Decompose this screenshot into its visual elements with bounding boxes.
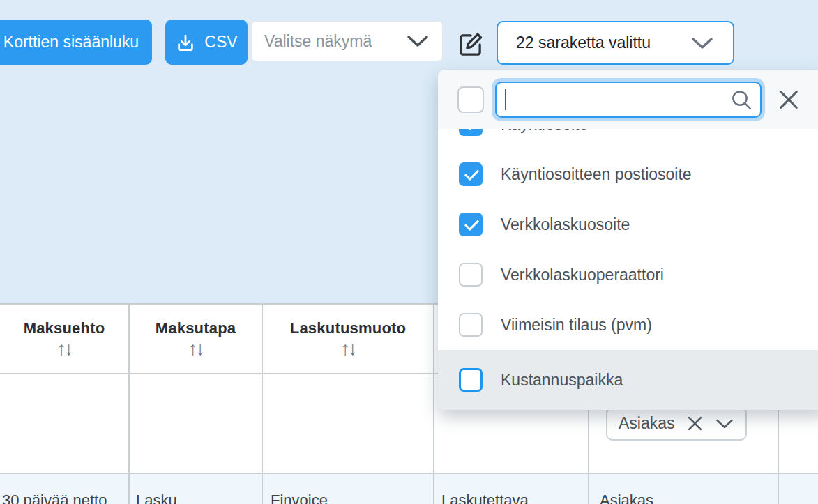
cell-asiakas: Asiakas [589,474,779,504]
text-cursor [505,89,506,110]
close-icon[interactable] [686,415,704,432]
view-select[interactable]: Valitse näkymä [251,21,443,61]
csv-button-label: CSV [204,33,237,52]
column-search-input[interactable] [495,82,762,118]
column-header-laskutusmuoto[interactable]: Laskutusmuoto ↑↓ [263,305,434,373]
column-picker-header [438,70,818,129]
column-header-maksutapa[interactable]: Maksutapa ↑↓ [130,305,263,373]
chevron-down-icon [690,36,715,50]
close-icon[interactable] [777,88,801,112]
filter-cell[interactable] [130,374,263,473]
cards-import-button[interactable]: Korttien sisäänluku [0,20,152,65]
filter-cell[interactable] [0,374,130,473]
cell-empty [779,474,818,504]
column-header-maksuehto[interactable]: Maksuehto ↑↓ [0,305,130,373]
sort-arrows-icon[interactable]: ↑↓ [341,339,356,358]
chevron-down-icon [406,34,430,48]
column-option[interactable]: Verkkolaskuoperaattori [438,250,818,300]
cell-laskutettava: Laskutettava [434,474,589,504]
csv-export-button[interactable]: CSV [165,20,248,65]
column-option[interactable]: Kustannuspaikka [438,350,818,410]
column-option[interactable]: Käyntiosoite [438,129,818,149]
checkbox [459,313,483,337]
table-row[interactable]: 30 päivää netto Lasku Finvoice Laskutett… [0,473,818,504]
customer-filter-chip[interactable]: Asiakas [606,407,747,441]
chip-label: Asiakas [619,414,675,433]
view-select-placeholder: Valitse näkymä [264,32,372,51]
checkbox [459,162,483,186]
checkbox [459,213,483,236]
column-option[interactable]: Viimeisin tilaus (pvm) [438,300,818,350]
cell-laskutusmuoto: Finvoice [263,474,434,504]
sort-arrows-icon[interactable]: ↑↓ [57,339,72,358]
chevron-down-icon[interactable] [715,418,734,429]
column-option[interactable]: Käyntiosoitteen postiosoite [438,149,818,199]
search-icon [730,89,753,112]
columns-select[interactable]: 22 saraketta valittu [497,21,734,65]
cell-maksutapa: Lasku [130,474,263,504]
column-picker-list: Käyntiosoite Käyntiosoitteen postiosoite… [438,129,818,410]
download-icon [175,32,196,53]
sort-arrows-icon[interactable]: ↑↓ [188,339,203,358]
checkbox [459,129,483,136]
cell-maksuehto: 30 päivää netto [0,474,130,504]
column-picker-panel: Käyntiosoite Käyntiosoitteen postiosoite… [438,70,818,410]
select-all-checkbox[interactable] [457,86,484,113]
checkbox [459,368,483,392]
edit-view-icon[interactable] [456,29,485,59]
checkbox [459,263,483,287]
filter-cell[interactable] [263,374,434,473]
column-option[interactable]: Verkkolaskuosoite [438,199,818,250]
columns-select-label: 22 saraketta valittu [516,33,651,52]
